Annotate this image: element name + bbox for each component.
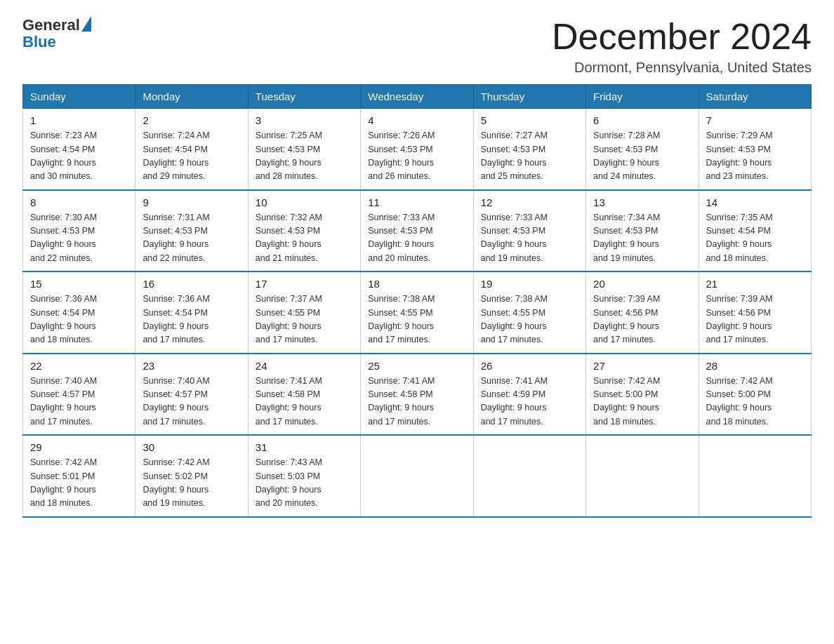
page-header: General Blue December 2024 Dormont, Penn… (22, 17, 812, 76)
calendar-cell: 22 Sunrise: 7:40 AMSunset: 4:57 PMDaylig… (23, 354, 135, 436)
day-info: Sunrise: 7:42 AMSunset: 5:00 PMDaylight:… (706, 376, 773, 427)
calendar-cell: 4 Sunrise: 7:26 AMSunset: 4:53 PMDayligh… (361, 109, 473, 190)
day-number: 9 (143, 196, 240, 208)
day-info: Sunrise: 7:32 AMSunset: 4:53 PMDaylight:… (256, 213, 322, 263)
calendar-cell: 7 Sunrise: 7:29 AMSunset: 4:53 PMDayligh… (699, 109, 811, 190)
calendar-cell: 21 Sunrise: 7:39 AMSunset: 4:56 PMDaylig… (699, 271, 811, 354)
day-info: Sunrise: 7:35 AMSunset: 4:54 PMDaylight:… (706, 213, 773, 263)
day-number: 31 (256, 441, 353, 453)
day-info: Sunrise: 7:39 AMSunset: 4:56 PMDaylight:… (593, 294, 660, 344)
day-number: 19 (481, 278, 578, 290)
day-info: Sunrise: 7:40 AMSunset: 4:57 PMDaylight:… (143, 376, 209, 427)
day-info: Sunrise: 7:40 AMSunset: 4:57 PMDaylight:… (30, 376, 97, 427)
day-number: 25 (368, 360, 465, 372)
calendar-cell: 2 Sunrise: 7:24 AMSunset: 4:54 PMDayligh… (135, 109, 248, 190)
weekday-header-wednesday: Wednesday (361, 85, 473, 109)
calendar-cell: 6 Sunrise: 7:28 AMSunset: 4:53 PMDayligh… (586, 109, 699, 190)
day-info: Sunrise: 7:26 AMSunset: 4:53 PMDaylight:… (368, 130, 435, 181)
day-info: Sunrise: 7:29 AMSunset: 4:53 PMDaylight:… (706, 130, 773, 181)
day-info: Sunrise: 7:33 AMSunset: 4:53 PMDaylight:… (368, 213, 435, 263)
calendar-cell: 12 Sunrise: 7:33 AMSunset: 4:53 PMDaylig… (473, 190, 585, 272)
weekday-header-friday: Friday (586, 85, 699, 109)
day-number: 18 (368, 278, 465, 290)
calendar-table: SundayMondayTuesdayWednesdayThursdayFrid… (22, 84, 812, 518)
day-number: 14 (706, 196, 804, 208)
calendar-cell: 15 Sunrise: 7:36 AMSunset: 4:54 PMDaylig… (23, 271, 135, 354)
calendar-cell: 20 Sunrise: 7:39 AMSunset: 4:56 PMDaylig… (586, 271, 699, 354)
calendar-cell: 13 Sunrise: 7:34 AMSunset: 4:53 PMDaylig… (586, 190, 699, 272)
day-info: Sunrise: 7:27 AMSunset: 4:53 PMDaylight:… (481, 130, 548, 181)
day-number: 2 (143, 114, 240, 126)
calendar-cell: 11 Sunrise: 7:33 AMSunset: 4:53 PMDaylig… (361, 190, 473, 272)
title-block: December 2024 Dormont, Pennsylvania, Uni… (552, 17, 812, 76)
day-number: 5 (481, 114, 578, 126)
calendar-week-row: 1 Sunrise: 7:23 AMSunset: 4:54 PMDayligh… (23, 109, 812, 190)
calendar-cell: 3 Sunrise: 7:25 AMSunset: 4:53 PMDayligh… (248, 109, 360, 190)
day-info: Sunrise: 7:43 AMSunset: 5:03 PMDaylight:… (256, 457, 322, 508)
calendar-cell: 18 Sunrise: 7:38 AMSunset: 4:55 PMDaylig… (361, 271, 473, 354)
day-info: Sunrise: 7:36 AMSunset: 4:54 PMDaylight:… (143, 294, 209, 344)
day-number: 23 (143, 360, 240, 372)
calendar-week-row: 22 Sunrise: 7:40 AMSunset: 4:57 PMDaylig… (23, 354, 812, 436)
weekday-header-monday: Monday (135, 85, 248, 109)
day-info: Sunrise: 7:41 AMSunset: 4:59 PMDaylight:… (481, 376, 548, 427)
day-info: Sunrise: 7:30 AMSunset: 4:53 PMDaylight:… (30, 213, 97, 263)
day-info: Sunrise: 7:42 AMSunset: 5:00 PMDaylight:… (593, 376, 660, 427)
day-number: 4 (368, 114, 465, 126)
calendar-cell: 24 Sunrise: 7:41 AMSunset: 4:58 PMDaylig… (248, 354, 360, 436)
day-info: Sunrise: 7:34 AMSunset: 4:53 PMDaylight:… (593, 213, 660, 263)
day-number: 17 (256, 278, 353, 290)
calendar-cell: 23 Sunrise: 7:40 AMSunset: 4:57 PMDaylig… (135, 354, 248, 436)
calendar-week-row: 8 Sunrise: 7:30 AMSunset: 4:53 PMDayligh… (23, 190, 812, 272)
day-number: 21 (706, 278, 804, 290)
day-number: 10 (256, 196, 353, 208)
day-info: Sunrise: 7:42 AMSunset: 5:01 PMDaylight:… (30, 457, 97, 508)
day-info: Sunrise: 7:23 AMSunset: 4:54 PMDaylight:… (30, 130, 97, 181)
day-info: Sunrise: 7:42 AMSunset: 5:02 PMDaylight:… (143, 457, 209, 508)
day-number: 30 (143, 441, 240, 453)
day-number: 22 (30, 360, 128, 372)
calendar-week-row: 15 Sunrise: 7:36 AMSunset: 4:54 PMDaylig… (23, 271, 812, 354)
calendar-cell: 16 Sunrise: 7:36 AMSunset: 4:54 PMDaylig… (135, 271, 248, 354)
logo-triangle-icon (81, 16, 91, 32)
weekday-header-tuesday: Tuesday (248, 85, 360, 109)
calendar-cell: 9 Sunrise: 7:31 AMSunset: 4:53 PMDayligh… (135, 190, 248, 272)
calendar-cell: 31 Sunrise: 7:43 AMSunset: 5:03 PMDaylig… (248, 435, 360, 517)
day-number: 20 (593, 278, 691, 290)
calendar-cell: 29 Sunrise: 7:42 AMSunset: 5:01 PMDaylig… (23, 435, 135, 517)
day-info: Sunrise: 7:37 AMSunset: 4:55 PMDaylight:… (256, 294, 322, 344)
day-number: 28 (706, 360, 804, 372)
weekday-header-row: SundayMondayTuesdayWednesdayThursdayFrid… (23, 85, 812, 109)
day-number: 1 (30, 114, 128, 126)
weekday-header-saturday: Saturday (699, 85, 811, 109)
calendar-cell: 30 Sunrise: 7:42 AMSunset: 5:02 PMDaylig… (135, 435, 248, 517)
calendar-cell: 1 Sunrise: 7:23 AMSunset: 4:54 PMDayligh… (23, 109, 135, 190)
calendar-cell: 25 Sunrise: 7:41 AMSunset: 4:58 PMDaylig… (361, 354, 473, 436)
calendar-cell: 17 Sunrise: 7:37 AMSunset: 4:55 PMDaylig… (248, 271, 360, 354)
day-number: 13 (593, 196, 691, 208)
day-number: 26 (481, 360, 578, 372)
day-info: Sunrise: 7:39 AMSunset: 4:56 PMDaylight:… (706, 294, 773, 344)
day-info: Sunrise: 7:38 AMSunset: 4:55 PMDaylight:… (368, 294, 435, 344)
day-number: 15 (30, 278, 128, 290)
day-number: 7 (706, 114, 804, 126)
logo: General Blue (22, 17, 91, 51)
calendar-cell (473, 435, 585, 517)
calendar-cell: 28 Sunrise: 7:42 AMSunset: 5:00 PMDaylig… (699, 354, 811, 436)
logo-blue-text: Blue (22, 34, 91, 51)
day-info: Sunrise: 7:24 AMSunset: 4:54 PMDaylight:… (143, 130, 209, 181)
day-number: 12 (481, 196, 578, 208)
calendar-cell: 10 Sunrise: 7:32 AMSunset: 4:53 PMDaylig… (248, 190, 360, 272)
logo-general-text: General (22, 17, 80, 34)
calendar-cell: 5 Sunrise: 7:27 AMSunset: 4:53 PMDayligh… (473, 109, 585, 190)
day-number: 8 (30, 196, 128, 208)
day-number: 27 (593, 360, 691, 372)
day-info: Sunrise: 7:25 AMSunset: 4:53 PMDaylight:… (256, 130, 322, 181)
day-number: 29 (30, 441, 128, 453)
calendar-cell: 26 Sunrise: 7:41 AMSunset: 4:59 PMDaylig… (473, 354, 585, 436)
location-title: Dormont, Pennsylvania, United States (552, 60, 812, 76)
day-info: Sunrise: 7:41 AMSunset: 4:58 PMDaylight:… (256, 376, 322, 427)
calendar-cell: 27 Sunrise: 7:42 AMSunset: 5:00 PMDaylig… (586, 354, 699, 436)
day-info: Sunrise: 7:31 AMSunset: 4:53 PMDaylight:… (143, 213, 209, 263)
day-info: Sunrise: 7:38 AMSunset: 4:55 PMDaylight:… (481, 294, 548, 344)
